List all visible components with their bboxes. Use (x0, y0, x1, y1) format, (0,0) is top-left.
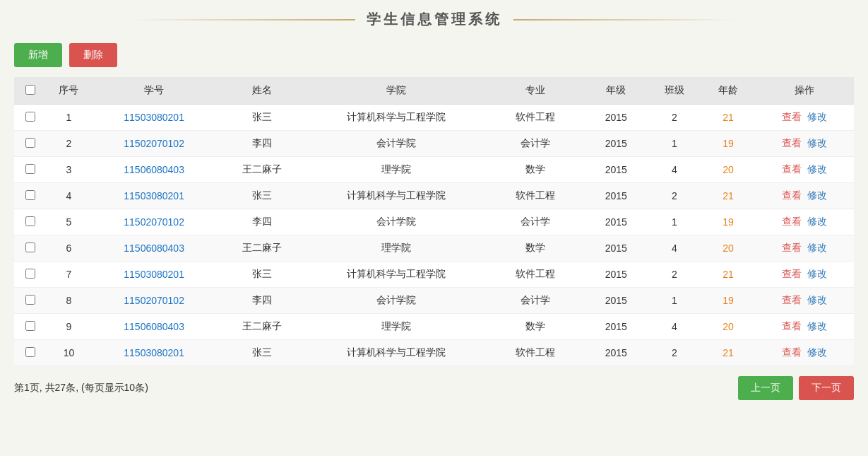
cell-class: 2 (648, 262, 701, 288)
cell-name: 张三 (217, 340, 307, 366)
cell-student-id: 11503080201 (91, 340, 217, 366)
col-checkbox (14, 77, 47, 105)
view-button[interactable]: 查看 (782, 320, 802, 332)
cell-name: 李四 (217, 209, 307, 235)
select-all-checkbox[interactable] (25, 85, 35, 95)
cell-student-id: 11503080201 (91, 183, 217, 209)
view-button[interactable]: 查看 (782, 242, 802, 253)
cell-college: 计算机科学与工程学院 (307, 183, 486, 209)
table-row: 7 11503080201 张三 计算机科学与工程学院 软件工程 2015 2 … (14, 262, 854, 288)
cell-college: 理学院 (307, 314, 486, 340)
edit-button[interactable]: 修改 (807, 242, 827, 253)
table-header-row: 序号 学号 姓名 学院 专业 年级 班级 年龄 操作 (14, 77, 854, 105)
cell-grade: 2015 (585, 131, 648, 157)
cell-grade: 2015 (585, 105, 648, 131)
cell-age: 21 (701, 262, 755, 288)
cell-grade: 2015 (585, 262, 648, 288)
edit-button[interactable]: 修改 (807, 320, 827, 332)
edit-button[interactable]: 修改 (807, 189, 827, 201)
row-checkbox[interactable] (25, 321, 35, 331)
view-button[interactable]: 查看 (782, 346, 802, 358)
cell-student-id: 11506080403 (91, 314, 217, 340)
cell-action: 查看 修改 (755, 131, 854, 157)
row-checkbox[interactable] (25, 242, 35, 252)
view-button[interactable]: 查看 (782, 268, 802, 279)
cell-class: 4 (648, 235, 701, 262)
edit-button[interactable]: 修改 (807, 216, 827, 227)
student-table: 序号 学号 姓名 学院 专业 年级 班级 年龄 操作 1 11503080201… (14, 77, 854, 366)
edit-button[interactable]: 修改 (807, 294, 827, 305)
cell-major: 会计学 (486, 131, 585, 157)
cell-seq: 7 (47, 262, 92, 288)
cell-age: 21 (701, 105, 755, 131)
edit-button[interactable]: 修改 (807, 111, 827, 122)
table-container: 序号 学号 姓名 学院 专业 年级 班级 年龄 操作 1 11503080201… (0, 77, 868, 366)
cell-major: 数学 (486, 157, 585, 183)
cell-checkbox (14, 209, 47, 235)
page-title: 学生信息管理系统 (367, 10, 502, 29)
prev-page-button[interactable]: 上一页 (738, 376, 793, 400)
cell-college: 会计学院 (307, 209, 486, 235)
col-class: 班级 (648, 77, 701, 105)
cell-student-id: 11506080403 (91, 157, 217, 183)
cell-checkbox (14, 157, 47, 183)
col-name: 姓名 (217, 77, 307, 105)
view-button[interactable]: 查看 (782, 216, 802, 227)
row-checkbox[interactable] (25, 347, 35, 357)
edit-button[interactable]: 修改 (807, 137, 827, 148)
row-checkbox[interactable] (25, 138, 35, 148)
cell-major: 会计学 (486, 288, 585, 314)
row-checkbox[interactable] (25, 112, 35, 122)
view-button[interactable]: 查看 (782, 137, 802, 148)
edit-button[interactable]: 修改 (807, 268, 827, 279)
cell-seq: 8 (47, 288, 92, 314)
edit-button[interactable]: 修改 (807, 163, 827, 175)
cell-student-id: 11502070102 (91, 288, 217, 314)
cell-college: 会计学院 (307, 131, 486, 157)
cell-checkbox (14, 105, 47, 131)
view-button[interactable]: 查看 (782, 111, 802, 122)
add-button[interactable]: 新增 (14, 43, 62, 67)
cell-student-id: 11503080201 (91, 262, 217, 288)
table-row: 4 11503080201 张三 计算机科学与工程学院 软件工程 2015 2 … (14, 183, 854, 209)
row-checkbox[interactable] (25, 216, 35, 226)
cell-class: 2 (648, 105, 701, 131)
cell-age: 19 (701, 288, 755, 314)
cell-college: 理学院 (307, 157, 486, 183)
table-row: 9 11506080403 王二麻子 理学院 数学 2015 4 20 查看 修… (14, 314, 854, 340)
cell-name: 王二麻子 (217, 235, 307, 262)
cell-student-id: 11502070102 (91, 131, 217, 157)
col-action: 操作 (755, 77, 854, 105)
cell-seq: 6 (47, 235, 92, 262)
row-checkbox[interactable] (25, 295, 35, 305)
table-row: 6 11506080403 王二麻子 理学院 数学 2015 4 20 查看 修… (14, 235, 854, 262)
view-button[interactable]: 查看 (782, 163, 802, 175)
row-checkbox[interactable] (25, 164, 35, 174)
cell-checkbox (14, 183, 47, 209)
cell-name: 张三 (217, 105, 307, 131)
col-age: 年龄 (701, 77, 755, 105)
cell-seq: 2 (47, 131, 92, 157)
col-id: 学号 (91, 77, 217, 105)
cell-name: 李四 (217, 288, 307, 314)
pagination-buttons: 上一页 下一页 (738, 376, 854, 400)
table-row: 10 11503080201 张三 计算机科学与工程学院 软件工程 2015 2… (14, 340, 854, 366)
cell-student-id: 11502070102 (91, 209, 217, 235)
row-checkbox[interactable] (25, 269, 35, 279)
cell-major: 软件工程 (486, 262, 585, 288)
edit-button[interactable]: 修改 (807, 346, 827, 358)
view-button[interactable]: 查看 (782, 189, 802, 201)
footer: 第1页, 共27条, (每页显示10条) 上一页 下一页 (0, 366, 868, 410)
row-checkbox[interactable] (25, 190, 35, 200)
cell-grade: 2015 (585, 209, 648, 235)
next-page-button[interactable]: 下一页 (799, 376, 854, 400)
cell-college: 计算机科学与工程学院 (307, 340, 486, 366)
cell-class: 1 (648, 288, 701, 314)
cell-checkbox (14, 314, 47, 340)
cell-class: 4 (648, 314, 701, 340)
delete-button[interactable]: 删除 (69, 43, 117, 67)
view-button[interactable]: 查看 (782, 294, 802, 305)
cell-action: 查看 修改 (755, 235, 854, 262)
cell-action: 查看 修改 (755, 340, 854, 366)
cell-grade: 2015 (585, 314, 648, 340)
